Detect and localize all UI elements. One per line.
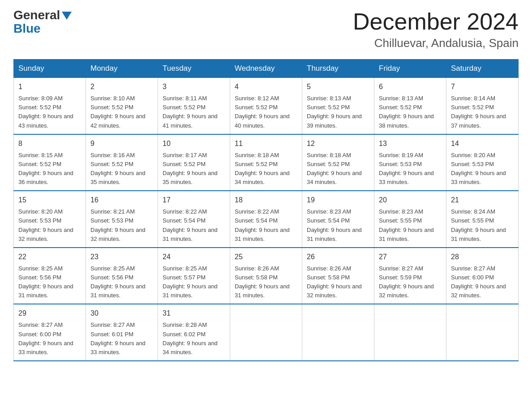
day-info: Sunrise: 8:25 AMSunset: 5:57 PMDaylight:… [163, 264, 225, 300]
day-cell-20: 20Sunrise: 8:23 AMSunset: 5:55 PMDayligh… [374, 191, 446, 248]
weekday-header-row: SundayMondayTuesdayWednesdayThursdayFrid… [14, 60, 519, 78]
day-number: 6 [379, 81, 442, 92]
day-number: 25 [235, 252, 297, 262]
day-info: Sunrise: 8:17 AMSunset: 5:52 PMDaylight:… [163, 151, 225, 187]
day-cell-26: 26Sunrise: 8:26 AMSunset: 5:58 PMDayligh… [302, 248, 374, 304]
day-cell-18: 18Sunrise: 8:22 AMSunset: 5:54 PMDayligh… [230, 191, 302, 248]
day-info: Sunrise: 8:28 AMSunset: 6:02 PMDaylight:… [163, 321, 225, 357]
day-cell-6: 6Sunrise: 8:13 AMSunset: 5:52 PMDaylight… [374, 78, 446, 134]
day-number: 1 [18, 81, 81, 92]
day-info: Sunrise: 8:12 AMSunset: 5:52 PMDaylight:… [235, 94, 297, 130]
day-info: Sunrise: 8:18 AMSunset: 5:52 PMDaylight:… [307, 151, 369, 187]
day-cell-3: 3Sunrise: 8:11 AMSunset: 5:52 PMDaylight… [158, 78, 230, 134]
week-row-2: 8Sunrise: 8:15 AMSunset: 5:52 PMDaylight… [14, 134, 519, 191]
day-cell-8: 8Sunrise: 8:15 AMSunset: 5:52 PMDaylight… [14, 134, 86, 191]
location-title: Chilluevar, Andalusia, Spain [353, 36, 519, 50]
day-cell-30: 30Sunrise: 8:27 AMSunset: 6:01 PMDayligh… [86, 304, 158, 361]
day-info: Sunrise: 8:13 AMSunset: 5:52 PMDaylight:… [307, 94, 369, 130]
header-wednesday: Wednesday [230, 60, 302, 78]
day-number: 14 [451, 138, 514, 149]
day-cell-13: 13Sunrise: 8:19 AMSunset: 5:53 PMDayligh… [374, 134, 446, 191]
day-number: 19 [307, 195, 369, 206]
day-cell-31: 31Sunrise: 8:28 AMSunset: 6:02 PMDayligh… [158, 304, 230, 361]
day-info: Sunrise: 8:21 AMSunset: 5:53 PMDaylight:… [90, 207, 153, 244]
day-info: Sunrise: 8:22 AMSunset: 5:54 PMDaylight:… [163, 207, 225, 244]
logo-triangle-icon [62, 12, 72, 20]
day-info: Sunrise: 8:25 AMSunset: 5:56 PMDaylight:… [90, 264, 153, 300]
week-row-1: 1Sunrise: 8:09 AMSunset: 5:52 PMDaylight… [14, 78, 519, 134]
day-cell-empty [446, 304, 519, 361]
day-cell-11: 11Sunrise: 8:18 AMSunset: 5:52 PMDayligh… [230, 134, 302, 191]
day-cell-23: 23Sunrise: 8:25 AMSunset: 5:56 PMDayligh… [86, 248, 158, 304]
day-info: Sunrise: 8:27 AMSunset: 6:01 PMDaylight:… [90, 321, 153, 357]
day-cell-22: 22Sunrise: 8:25 AMSunset: 5:56 PMDayligh… [14, 248, 86, 304]
day-number: 26 [307, 252, 369, 262]
day-number: 29 [18, 308, 81, 319]
day-number: 2 [90, 81, 153, 92]
day-info: Sunrise: 8:09 AMSunset: 5:52 PMDaylight:… [18, 94, 81, 130]
day-info: Sunrise: 8:20 AMSunset: 5:53 PMDaylight:… [451, 151, 514, 187]
day-number: 30 [90, 308, 153, 319]
day-cell-12: 12Sunrise: 8:18 AMSunset: 5:52 PMDayligh… [302, 134, 374, 191]
day-number: 9 [90, 138, 153, 149]
day-info: Sunrise: 8:13 AMSunset: 5:52 PMDaylight:… [379, 94, 442, 130]
day-cell-16: 16Sunrise: 8:21 AMSunset: 5:53 PMDayligh… [86, 191, 158, 248]
day-cell-14: 14Sunrise: 8:20 AMSunset: 5:53 PMDayligh… [446, 134, 519, 191]
day-info: Sunrise: 8:10 AMSunset: 5:52 PMDaylight:… [90, 94, 153, 130]
day-number: 7 [451, 81, 514, 92]
header-thursday: Thursday [302, 60, 374, 78]
logo-text-blue: Blue [13, 22, 72, 35]
day-cell-empty [230, 304, 302, 361]
title-area: December 2024 Chilluevar, Andalusia, Spa… [353, 9, 519, 50]
calendar-table: SundayMondayTuesdayWednesdayThursdayFrid… [13, 59, 519, 361]
day-info: Sunrise: 8:20 AMSunset: 5:53 PMDaylight:… [18, 207, 81, 244]
day-number: 28 [451, 252, 514, 262]
page-header: General Blue December 2024 Chilluevar, A… [13, 9, 519, 50]
day-info: Sunrise: 8:26 AMSunset: 5:58 PMDaylight:… [235, 264, 297, 300]
header-saturday: Saturday [446, 60, 519, 78]
day-info: Sunrise: 8:15 AMSunset: 5:52 PMDaylight:… [18, 151, 81, 187]
day-info: Sunrise: 8:27 AMSunset: 6:00 PMDaylight:… [451, 264, 514, 300]
day-info: Sunrise: 8:18 AMSunset: 5:52 PMDaylight:… [235, 151, 297, 187]
svg-marker-0 [62, 12, 72, 20]
day-info: Sunrise: 8:22 AMSunset: 5:54 PMDaylight:… [235, 207, 297, 244]
day-number: 3 [163, 81, 225, 92]
day-cell-7: 7Sunrise: 8:14 AMSunset: 5:52 PMDaylight… [446, 78, 519, 134]
day-cell-empty [374, 304, 446, 361]
day-info: Sunrise: 8:11 AMSunset: 5:52 PMDaylight:… [163, 94, 225, 130]
day-cell-29: 29Sunrise: 8:27 AMSunset: 6:00 PMDayligh… [14, 304, 86, 361]
day-number: 20 [379, 195, 442, 206]
header-tuesday: Tuesday [158, 60, 230, 78]
day-number: 31 [163, 308, 225, 319]
day-cell-empty [302, 304, 374, 361]
day-cell-27: 27Sunrise: 8:27 AMSunset: 5:59 PMDayligh… [374, 248, 446, 304]
day-cell-19: 19Sunrise: 8:23 AMSunset: 5:54 PMDayligh… [302, 191, 374, 248]
day-cell-2: 2Sunrise: 8:10 AMSunset: 5:52 PMDaylight… [86, 78, 158, 134]
day-number: 23 [90, 252, 153, 262]
day-cell-17: 17Sunrise: 8:22 AMSunset: 5:54 PMDayligh… [158, 191, 230, 248]
day-number: 11 [235, 138, 297, 149]
week-row-5: 29Sunrise: 8:27 AMSunset: 6:00 PMDayligh… [14, 304, 519, 361]
day-number: 10 [163, 138, 225, 149]
header-friday: Friday [374, 60, 446, 78]
day-cell-4: 4Sunrise: 8:12 AMSunset: 5:52 PMDaylight… [230, 78, 302, 134]
day-info: Sunrise: 8:23 AMSunset: 5:55 PMDaylight:… [379, 207, 442, 244]
day-info: Sunrise: 8:14 AMSunset: 5:52 PMDaylight:… [451, 94, 514, 130]
day-cell-9: 9Sunrise: 8:16 AMSunset: 5:52 PMDaylight… [86, 134, 158, 191]
day-number: 27 [379, 252, 442, 262]
day-info: Sunrise: 8:27 AMSunset: 5:59 PMDaylight:… [379, 264, 442, 300]
day-cell-21: 21Sunrise: 8:24 AMSunset: 5:55 PMDayligh… [446, 191, 519, 248]
day-info: Sunrise: 8:25 AMSunset: 5:56 PMDaylight:… [18, 264, 81, 300]
day-number: 24 [163, 252, 225, 262]
day-cell-24: 24Sunrise: 8:25 AMSunset: 5:57 PMDayligh… [158, 248, 230, 304]
day-info: Sunrise: 8:23 AMSunset: 5:54 PMDaylight:… [307, 207, 369, 244]
day-number: 17 [163, 195, 225, 206]
day-number: 4 [235, 81, 297, 92]
day-cell-15: 15Sunrise: 8:20 AMSunset: 5:53 PMDayligh… [14, 191, 86, 248]
day-cell-1: 1Sunrise: 8:09 AMSunset: 5:52 PMDaylight… [14, 78, 86, 134]
week-row-4: 22Sunrise: 8:25 AMSunset: 5:56 PMDayligh… [14, 248, 519, 304]
header-monday: Monday [86, 60, 158, 78]
day-cell-10: 10Sunrise: 8:17 AMSunset: 5:52 PMDayligh… [158, 134, 230, 191]
day-number: 12 [307, 138, 369, 149]
day-number: 16 [90, 195, 153, 206]
